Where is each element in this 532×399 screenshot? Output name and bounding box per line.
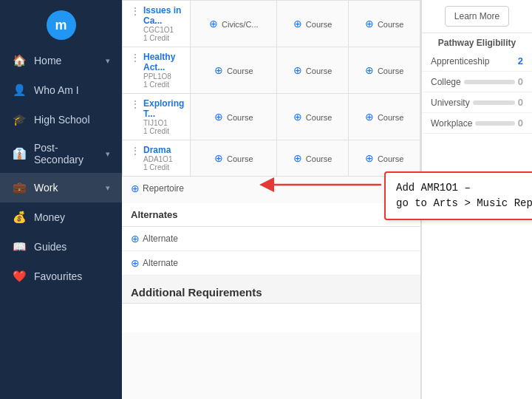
plus-icon: ⊕ (131, 183, 140, 194)
plus-icon: ⊕ (214, 111, 223, 123)
sidebar-item-work[interactable]: 💼 Work ▾ (0, 173, 122, 202)
sidebar-item-label: Who Am I (34, 84, 79, 96)
options-icon[interactable]: ⋮ (129, 5, 142, 17)
pathway-name: Workplace (431, 118, 472, 129)
add-course-col2[interactable]: ⊕ Course (276, 47, 348, 94)
course-cell: ⋮ Exploring T... TIJ1O1 1 Credit (123, 94, 191, 140)
options-icon[interactable]: ⋮ (129, 145, 142, 157)
briefcase-icon: 👔 (12, 146, 27, 161)
chevron-icon: ▾ (106, 56, 110, 66)
sidebar-item-label: Guides (34, 241, 66, 253)
work-icon: 💼 (12, 180, 27, 195)
sidebar: m 🏠 Home ▾ 👤 Who Am I 🎓 High School 👔 Po… (0, 0, 122, 399)
money-icon: 💰 (12, 210, 27, 225)
course-credit: 1 Credit (143, 163, 172, 171)
user-icon: 👤 (12, 83, 27, 98)
plus-icon: ⊕ (365, 18, 374, 30)
course-cell: ⋮ Healthy Act... PPL1O8 1 Credit (123, 47, 191, 94)
pathway-name: College (431, 77, 461, 87)
course-credit: 1 Credit (143, 34, 184, 42)
home-icon: 🏠 (12, 53, 27, 68)
add-course-col2[interactable]: ⊕ Course (276, 94, 348, 140)
options-icon[interactable]: ⋮ (129, 98, 142, 110)
course-name: Drama (143, 145, 172, 155)
add-repertoire-row[interactable]: ⊕ Repertoire (122, 177, 420, 200)
course-scroll-area: ⋮ Issues in Ca... CGC1O1 1 Credit ⊕ Civi… (122, 0, 420, 399)
sidebar-item-label: Work (34, 182, 58, 194)
pathway-bar (475, 121, 514, 126)
heart-icon: ❤️ (12, 269, 27, 284)
plus-icon: ⊕ (293, 111, 302, 123)
plus-icon: ⊕ (365, 64, 374, 76)
sidebar-item-money[interactable]: 💰 Money (0, 202, 122, 232)
col-label: Course (227, 154, 253, 163)
add-course-col3[interactable]: ⊕ Course (348, 140, 420, 177)
graduation-icon: 🎓 (12, 112, 27, 127)
course-name: Exploring T... (143, 98, 184, 119)
chevron-icon: ▾ (106, 149, 110, 159)
course-code: CGC1O1 (143, 26, 184, 34)
courses-and-panel: ⋮ Issues in Ca... CGC1O1 1 Credit ⊕ Civi… (122, 0, 532, 399)
col-label: Course (378, 66, 403, 75)
pathway-item-workplace: Workplace 0 (422, 113, 532, 134)
plus-icon: ⊕ (365, 111, 374, 123)
col-label: Course (306, 20, 332, 29)
add-course-col3[interactable]: ⊕ Course (348, 1, 420, 47)
guides-icon: 📖 (12, 239, 27, 254)
col-label: Course (378, 20, 403, 29)
plus-icon: ⊕ (214, 152, 223, 164)
add-course-col1[interactable]: ⊕ Civics/C... (191, 1, 277, 47)
pathway-count: 0 (518, 117, 523, 129)
app-logo[interactable]: m (47, 10, 76, 40)
table-row: ⋮ Drama ADA1O1 1 Credit ⊕ Course (123, 140, 420, 177)
sidebar-item-home[interactable]: 🏠 Home ▾ (0, 46, 122, 75)
alternate-row-1[interactable]: ⊕ Alternate (122, 227, 420, 251)
alternates-header: Alternates (122, 203, 420, 227)
add-course-col1[interactable]: ⊕ Course (191, 140, 277, 177)
course-cell: ⋮ Issues in Ca... CGC1O1 1 Credit (123, 1, 191, 47)
col-label: Course (378, 113, 403, 122)
col-label: Course (227, 66, 253, 75)
add-course-col2[interactable]: ⊕ Course (276, 140, 348, 177)
repertoire-label: Repertoire (143, 183, 184, 194)
table-row: ⋮ Issues in Ca... CGC1O1 1 Credit ⊕ Civi… (123, 1, 420, 47)
plus-icon: ⊕ (293, 18, 302, 30)
course-name: Issues in Ca... (143, 5, 184, 26)
plus-icon: ⊕ (131, 257, 140, 269)
additional-requirements-label: Additional Requirements (122, 276, 420, 303)
pathway-item-university: University 0 (422, 92, 532, 113)
main-content: ⋮ Issues in Ca... CGC1O1 1 Credit ⊕ Civi… (122, 0, 532, 399)
add-course-col1[interactable]: ⊕ Course (191, 47, 277, 94)
plus-icon: ⊕ (293, 64, 302, 76)
sidebar-item-guides[interactable]: 📖 Guides (0, 232, 122, 262)
plus-icon: ⊕ (209, 18, 218, 30)
add-course-col2[interactable]: ⊕ Course (276, 1, 348, 47)
course-credit: 1 Credit (143, 127, 184, 135)
options-icon[interactable]: ⋮ (129, 52, 142, 64)
learn-more-button[interactable]: Learn More (445, 6, 509, 27)
sidebar-item-label: High School (34, 114, 90, 126)
course-table: ⋮ Issues in Ca... CGC1O1 1 Credit ⊕ Civi… (122, 0, 420, 177)
add-course-col1[interactable]: ⊕ Course (191, 94, 277, 140)
plus-icon: ⊕ (131, 233, 140, 245)
right-panel: Learn More Pathway Eligibility Apprentic… (421, 0, 532, 399)
add-course-col3[interactable]: ⊕ Course (348, 47, 420, 94)
chevron-icon: ▾ (106, 183, 110, 193)
plus-icon: ⊕ (214, 64, 223, 76)
sidebar-item-label: Money (34, 211, 65, 223)
pathway-eligibility-header: Pathway Eligibility (422, 33, 532, 51)
sidebar-item-label: Home (34, 55, 61, 66)
pathway-count: 0 (518, 97, 523, 108)
pathway-name: Apprenticeship (431, 56, 489, 66)
sidebar-item-post-secondary[interactable]: 👔 Post-Secondary ▾ (0, 134, 122, 173)
course-code: ADA1O1 (143, 155, 172, 163)
pathway-item-college: College 0 (422, 72, 532, 92)
pathway-count: 2 (518, 55, 523, 66)
sidebar-item-who-am-i[interactable]: 👤 Who Am I (0, 75, 122, 105)
add-course-col3[interactable]: ⊕ Course (348, 94, 420, 140)
alternate-row-2[interactable]: ⊕ Alternate (122, 251, 420, 276)
pathway-count: 0 (518, 76, 523, 87)
sidebar-item-favourites[interactable]: ❤️ Favourites (0, 262, 122, 291)
sidebar-item-high-school[interactable]: 🎓 High School (0, 105, 122, 134)
course-credit: 1 Credit (143, 81, 184, 89)
